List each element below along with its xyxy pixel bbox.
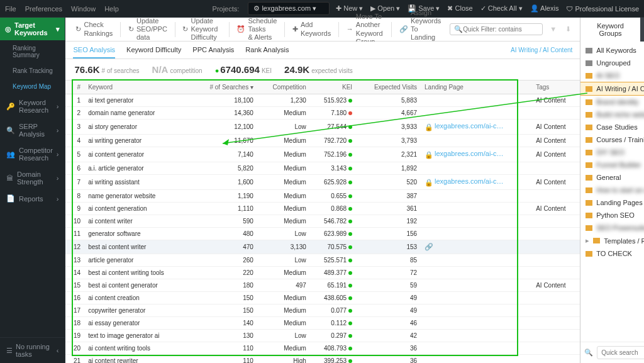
folder-icon — [586, 99, 592, 105]
sidebar-footer[interactable]: ☰ No running tasks ‹ — [0, 337, 65, 363]
group-item[interactable]: Case Studies 0 — [580, 121, 644, 133]
quick-filter[interactable]: 🔍 — [450, 23, 543, 35]
cell-kei: 0.297 — [310, 330, 356, 342]
tool-schedule-tasks[interactable]: ⏰Schedule Tasks& Alerts — [233, 14, 280, 45]
sidebar-section-keyword-research[interactable]: 🔑Keyword Research› — [0, 94, 65, 118]
cell-kei: 515.923 — [310, 94, 356, 107]
cell-landing-page — [421, 162, 532, 175]
cell-tags: AI Content — [532, 175, 580, 190]
table-row[interactable]: 14 best ai content writing tools 220 Med… — [65, 267, 580, 279]
table-row[interactable]: 2 domain name generator 14,360 Medium 7.… — [65, 107, 580, 120]
folder-icon — [586, 162, 592, 168]
group-item[interactable]: Build niche websites 0 — [580, 108, 644, 121]
tab-seo-analysis[interactable]: SEO Analysis — [73, 42, 115, 59]
tab-landing-pages[interactable]: Landing Pages — [640, 18, 644, 42]
top-check-all[interactable]: ✓ Check All ▾ — [480, 4, 523, 13]
table-row[interactable]: 16 ai content creation 150 Medium 438.60… — [65, 292, 580, 304]
table-row[interactable]: 15 best ai content generator 180 497 65.… — [65, 279, 580, 292]
breadcrumb[interactable]: AI Writing / AI Content — [511, 47, 572, 53]
sidebar-section-domain-strength[interactable]: 🏛Domain Strength› — [0, 166, 65, 190]
group-item[interactable]: DIY SEO 0 — [580, 146, 644, 159]
table-row[interactable]: 18 ai essay generator 140 Medium 0.112 4… — [65, 317, 580, 330]
cell-competition: Medium — [257, 147, 310, 162]
tool-update[interactable]: ↻UpdateSEO/PPC data — [125, 14, 171, 45]
sidebar-item-keyword-map[interactable]: Keyword Map — [0, 79, 65, 94]
quick-filter-input[interactable] — [463, 26, 538, 33]
table-row[interactable]: 3 ai story generator 12,100 Low 27.544 3… — [65, 120, 580, 135]
table-row[interactable]: 7 ai writing assistant 1,600 Medium 625.… — [65, 175, 580, 190]
table-row[interactable]: 6 a.i. article generator 5,820 Medium 3.… — [65, 162, 580, 175]
group-item[interactable]: Ungrouped 44 — [580, 57, 644, 69]
table-row[interactable]: 11 generator software 480 Low 623.989 15… — [65, 228, 580, 240]
tool-check[interactable]: ↻CheckRankings — [72, 18, 116, 40]
group-item[interactable]: TO CHECK 4 — [580, 247, 644, 260]
cell-num: 12 — [65, 240, 84, 254]
sidebar-header[interactable]: ◎ Target Keywords ▾ — [0, 18, 65, 40]
col-expected-visits[interactable]: Expected Visits — [356, 81, 421, 94]
group-item[interactable]: AI SEO 0 — [580, 69, 644, 82]
group-item[interactable]: All Keywords 212 — [580, 44, 644, 57]
tab-keyword-difficulty[interactable]: Keyword Difficulty — [126, 42, 181, 59]
group-item[interactable]: SEO Powersuite 0 — [580, 221, 644, 234]
tool-icon: ✚ — [292, 25, 298, 33]
cell-competition: Low — [257, 330, 310, 342]
tab-ppc-analysis[interactable]: PPC Analysis — [192, 42, 234, 59]
table-row[interactable]: 1 ai text generator 18,100 1,230 515.923… — [65, 94, 580, 107]
metric-value: 24.9K — [284, 64, 309, 75]
table-row[interactable]: 4 ai writing generator 11,670 Medium 792… — [65, 135, 580, 147]
col---of-searches[interactable]: # of Searches ▾ — [191, 81, 257, 94]
group-item[interactable]: Landing Pages 0 — [580, 196, 644, 209]
menu-file[interactable]: File — [5, 5, 16, 13]
cell-searches: 180 — [191, 279, 257, 292]
cell-visits: 4,667 — [356, 107, 421, 120]
cell-kei: 7.180 — [310, 107, 356, 120]
col-keyword[interactable]: Keyword — [84, 81, 191, 94]
group-item[interactable]: ▸ Templates / Frameworks / Downloads 0 — [580, 234, 644, 247]
group-item[interactable]: Brand identity 0 — [580, 96, 644, 108]
filter-icon[interactable]: ▼ — [550, 25, 557, 33]
group-item[interactable]: Courses / Training 0 — [580, 133, 644, 146]
table-row[interactable]: 10 ai content writer 590 Medium 546.782 … — [65, 215, 580, 228]
tool-update[interactable]: ↻UpdateKeyword Difficulty — [179, 14, 225, 45]
table-row[interactable]: 21 ai content rewriter 110 High 399.253 … — [65, 355, 580, 364]
download-icon[interactable]: ⬇ — [565, 25, 572, 33]
top-alexis[interactable]: 👤 Alexis — [530, 4, 559, 13]
tool-add[interactable]: ✚AddKeywords — [289, 18, 335, 40]
group-name: AI Writing / AI Content — [596, 85, 644, 92]
sidebar-section-reports[interactable]: 📄Reports› — [0, 190, 65, 207]
col-landing-page[interactable]: Landing Page — [421, 81, 532, 94]
tab-keyword-groups[interactable]: Keyword Groups — [580, 18, 640, 42]
sidebar-section-serp-analysis[interactable]: 🔍SERP Analysis› — [0, 118, 65, 142]
table-row[interactable]: 12 best ai content writer 470 3,130 70.5… — [65, 240, 580, 254]
table-row[interactable]: 5 ai content generator 7,140 Medium 752.… — [65, 147, 580, 162]
top-professional-license[interactable]: 🛡 Professional License — [566, 4, 639, 13]
toolbar: ↻CheckRankings↻UpdateSEO/PPC data↻Update… — [65, 18, 580, 42]
group-item[interactable]: AI Writing / AI Content 58 — [580, 82, 644, 96]
link-icon[interactable]: 🔗 — [425, 243, 433, 250]
col-competition[interactable]: Competition — [257, 81, 310, 94]
group-item[interactable]: How to start an online boutique 0 — [580, 184, 644, 196]
sidebar-header-label: Target Keywords — [14, 21, 53, 36]
group-item[interactable]: Funnel Builder 0 — [580, 159, 644, 171]
table-row[interactable]: 17 copywriter generator 150 Medium 0.077… — [65, 304, 580, 317]
sidebar-section-competitor-research[interactable]: 👥Competitor Research› — [0, 142, 65, 166]
keyword-table[interactable]: #Keyword# of Searches ▾CompetitionKEIExp… — [65, 81, 580, 363]
group-item[interactable]: General 6 — [580, 171, 644, 184]
group-item[interactable]: Python SEO 0 — [580, 209, 644, 221]
sidebar-item-ranking-summary[interactable]: Ranking Summary — [0, 40, 65, 63]
table-row[interactable]: 20 ai content writing tools 110 Medium 4… — [65, 342, 580, 355]
table-row[interactable]: 9 ai content generation 1,110 Medium 0.8… — [65, 203, 580, 215]
col--[interactable]: # — [65, 81, 84, 94]
table-row[interactable]: 19 text to image generator ai 130 Low 0.… — [65, 330, 580, 342]
menu-preferences[interactable]: Preferences — [25, 5, 62, 13]
tab-rank-analysis[interactable]: Rank Analysis — [245, 42, 289, 59]
top-close[interactable]: ✖ Close — [447, 4, 472, 13]
group-search-input[interactable] — [597, 346, 644, 359]
cell-keyword: best ai content writer — [84, 240, 191, 254]
table-row[interactable]: 13 article generator 260 Low 525.571 85 — [65, 254, 580, 267]
sidebar-item-rank-tracking[interactable]: Rank Tracking — [0, 63, 65, 79]
table-row[interactable]: 8 name generator website 1,190 Medium 0.… — [65, 190, 580, 203]
col-tags[interactable]: Tags — [532, 81, 580, 94]
chevron-left-icon: ‹ — [57, 347, 59, 354]
col-kei[interactable]: KEI — [310, 81, 356, 94]
